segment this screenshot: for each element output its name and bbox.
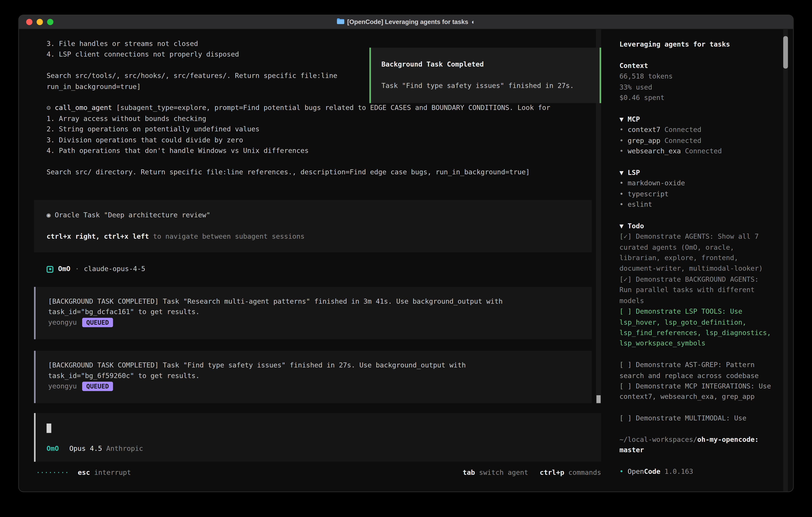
oracle-hint-keys: ctrl+x right, ctrl+x left <box>47 233 149 240</box>
mcp-item-status: Connected <box>665 126 701 134</box>
tab-shortcut-label: switch agent <box>479 468 528 476</box>
tool-call-name: call_omo_agent <box>55 104 112 112</box>
oracle-hint-line: ctrl+x right, ctrl+x left to navigate be… <box>47 231 579 242</box>
mcp-section-heading: ▼ MCP <box>619 114 772 125</box>
todo-item: [ ] Demonstrate LSP TOOLS: Use lsp_hover… <box>619 306 772 349</box>
close-button[interactable] <box>26 19 32 25</box>
spacer <box>619 157 772 167</box>
mcp-item-status: Connected <box>685 147 722 155</box>
context-heading: Context <box>619 61 772 71</box>
context-used: 33% used <box>619 82 772 92</box>
session-sidebar: Leveraging agents for tasks Context 66,5… <box>612 29 793 492</box>
todo-item: [✓] Demonstrate AGENTS: Show all 7 curat… <box>619 232 772 274</box>
lsp-item: • typescript <box>619 189 772 199</box>
lsp-item-name: eslint <box>628 200 652 208</box>
lsp-item: • markdown-oxide <box>619 178 772 189</box>
bullet-icon: • <box>619 136 624 144</box>
mcp-item-name: websearch_exa <box>628 147 681 155</box>
message-line: [BACKGROUND TASK COMPLETED] Task "Resear… <box>48 296 579 307</box>
spacer <box>619 103 772 114</box>
mcp-item-name: grep_app <box>628 136 660 144</box>
text-cursor <box>47 424 51 433</box>
window-title-text: [OpenCode] Leveraging agents for tasks <box>347 19 468 26</box>
bullet-icon: • <box>619 126 624 134</box>
todo-section-heading: ▼ Todo <box>619 221 772 232</box>
input-agent-name: OmO <box>47 445 59 453</box>
tool-call-point: 1. Array access without bounds checking <box>47 113 612 124</box>
sidebar-scrollbar[interactable] <box>783 29 788 492</box>
tool-call-args: [subagent_type=explore, prompt=Find pote… <box>116 104 550 112</box>
bullet-icon: • <box>619 147 624 155</box>
zoom-button[interactable] <box>47 19 53 25</box>
tab-shortcut-key: tab <box>463 468 475 476</box>
oracle-task-title-line: ◉ Oracle Task "Deep architecture review" <box>47 210 579 221</box>
gear-icon: ⚙ <box>47 104 51 112</box>
toast-body: Task "Find type safety issues" finished … <box>381 81 600 91</box>
session-progress-icon: ◐ <box>471 19 475 26</box>
oracle-task-title: Oracle Task "Deep architecture review" <box>55 211 210 219</box>
agent-name: OmO <box>58 264 70 274</box>
esc-shortcut-key: esc <box>78 468 90 476</box>
screen: [OpenCode] Leveraging agents for tasks ◐… <box>0 0 812 517</box>
queued-badge: QUEUED <box>82 318 113 327</box>
workspace-branch: master <box>619 446 644 454</box>
message-line: task_id="bg_6f59260c" to get results. <box>48 371 579 381</box>
working-spinner-dots: ········ <box>36 468 69 476</box>
spacer <box>47 156 612 167</box>
background-task-toast: Background Task Completed Task "Find typ… <box>370 48 601 103</box>
status-right: tab switch agentctrl+p commands <box>463 467 601 492</box>
lsp-item: • eslint <box>619 199 772 210</box>
context-spent: $0.46 spent <box>619 93 772 103</box>
record-icon: ◉ <box>47 211 51 219</box>
bullet-icon: • <box>619 179 624 187</box>
prompt-input[interactable]: OmOOpus 4.5Anthropic <box>34 413 601 462</box>
chat-scrollbar-thumb[interactable] <box>597 395 601 403</box>
workspace-path-prefix: ~/local-workspaces/ <box>619 435 697 443</box>
tool-call-point: 3. Division operations that could divide… <box>47 135 612 145</box>
agent-omo-icon <box>47 266 53 273</box>
commands-shortcut-label: commands <box>569 468 601 476</box>
spacer <box>619 424 772 434</box>
message-meta: yeongyuQUEUED <box>48 381 579 392</box>
input-model-line: OmOOpus 4.5Anthropic <box>47 444 143 454</box>
lsp-item-name: typescript <box>628 190 669 198</box>
input-model-name: Opus 4.5 <box>69 445 102 453</box>
terminal-window: [OpenCode] Leveraging agents for tasks ◐… <box>19 15 794 492</box>
spacer <box>47 221 579 231</box>
mcp-item: • grep_app Connected <box>619 135 772 146</box>
brand-open: Open <box>628 468 644 475</box>
mcp-item-name: context7 <box>628 126 660 134</box>
commands-shortcut-key: ctrl+p <box>540 468 564 476</box>
lsp-item-name: markdown-oxide <box>628 179 685 187</box>
todo-item: [ ] Demonstrate MCP INTEGRATIONS: Use co… <box>619 381 772 403</box>
oracle-task-box: ◉ Oracle Task "Deep architecture review"… <box>34 200 591 252</box>
sidebar-scrollbar-thumb[interactable] <box>783 36 788 69</box>
mcp-item-status: Connected <box>665 136 701 144</box>
bullet-icon: • <box>619 200 624 208</box>
queued-badge: QUEUED <box>82 382 113 391</box>
agent-header: OmO · claude-opus-4-5 <box>47 264 612 274</box>
minimize-button[interactable] <box>36 19 43 25</box>
todo-item: [✓] Demonstrate BACKGROUND AGENTS: Run p… <box>619 274 772 306</box>
tool-call-point: 4. Path operations that don't handle Win… <box>47 145 612 156</box>
bullet-icon: • <box>619 190 624 198</box>
esc-shortcut-label: interrupt <box>94 468 131 476</box>
todo-item: [ ] Demonstrate MULTIMODAL: Use <box>619 413 772 424</box>
input-provider-name: Anthropic <box>106 445 143 453</box>
chat-history[interactable]: Background Task Completed Task "Find typ… <box>19 29 612 404</box>
message-author: yeongyu <box>48 382 77 390</box>
app-version: 1.0.163 <box>665 468 693 475</box>
app-version-line: • OpenCode 1.0.163 <box>619 466 772 477</box>
traffic-lights <box>26 15 53 29</box>
status-left: ········esc interrupt <box>36 467 131 492</box>
oracle-hint-text: to navigate between subagent sessions <box>149 233 304 240</box>
message-meta: yeongyuQUEUED <box>48 318 579 328</box>
folder-icon <box>337 19 344 26</box>
mcp-item: • context7 Connected <box>619 125 772 135</box>
background-task-message: [BACKGROUND TASK COMPLETED] Task "Find t… <box>34 351 591 403</box>
agent-separator: · <box>75 264 79 274</box>
lsp-section-heading: ▼ LSP <box>619 167 772 178</box>
brand-code: Code <box>644 468 660 475</box>
workspace-path: ~/local-workspaces/oh-my-opencode: maste… <box>619 434 772 456</box>
status-bar: ········esc interrupt tab switch agentct… <box>19 462 612 492</box>
